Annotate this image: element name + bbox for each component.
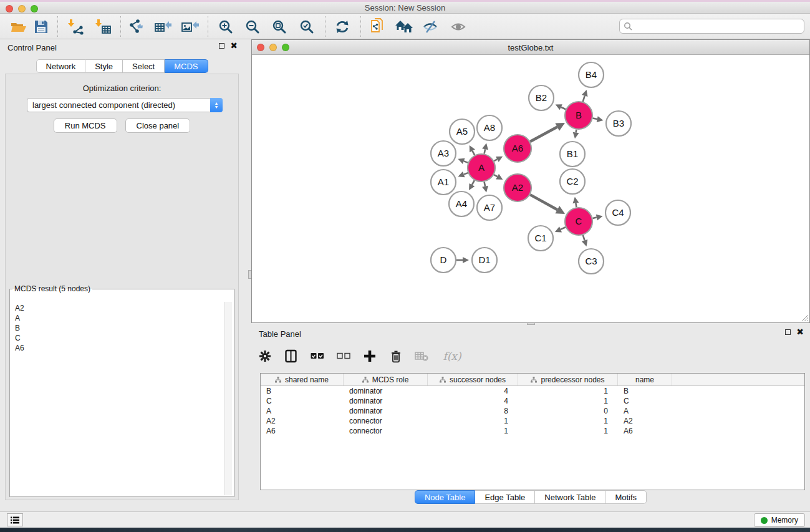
import-table-button[interactable] bbox=[92, 15, 115, 38]
graph-node-A[interactable]: A bbox=[468, 154, 495, 181]
close-table-panel-icon[interactable]: ✖ bbox=[796, 329, 804, 335]
result-item[interactable]: A6 bbox=[15, 343, 224, 353]
result-scrollbar[interactable] bbox=[224, 302, 232, 495]
export-image-button[interactable] bbox=[178, 15, 202, 38]
search-input[interactable] bbox=[635, 21, 800, 31]
column-header[interactable]: predecessor nodes bbox=[518, 374, 618, 385]
search-field[interactable] bbox=[619, 19, 804, 34]
show-all-button[interactable] bbox=[447, 15, 471, 38]
tab-network-table[interactable]: Network Table bbox=[535, 490, 605, 504]
edge-A-A2[interactable] bbox=[494, 175, 497, 177]
edge-C-C2[interactable] bbox=[576, 203, 576, 208]
edge-A-A4[interactable] bbox=[472, 180, 475, 185]
edge-A-A7[interactable] bbox=[485, 182, 485, 186]
column-header[interactable]: shared name bbox=[261, 374, 344, 385]
edge-C-C1[interactable] bbox=[561, 227, 566, 230]
column-header[interactable]: name bbox=[618, 374, 672, 385]
first-neighbors-button[interactable] bbox=[392, 15, 416, 38]
export-network-button[interactable] bbox=[125, 15, 149, 38]
edge-A6-B[interactable] bbox=[530, 127, 557, 142]
deselect-all-button[interactable] bbox=[335, 347, 352, 365]
edge-A-A5[interactable] bbox=[472, 151, 475, 155]
graph-node-A7[interactable]: A7 bbox=[477, 195, 502, 220]
add-column-button[interactable] bbox=[361, 347, 378, 365]
table-settings-button[interactable] bbox=[256, 347, 274, 365]
column-header[interactable]: MCDS role bbox=[344, 374, 428, 385]
zoom-out-button[interactable] bbox=[241, 15, 264, 38]
delete-column-button[interactable] bbox=[387, 347, 405, 365]
graph-node-B2[interactable]: B2 bbox=[529, 85, 554, 110]
edge-B-B4[interactable] bbox=[583, 95, 585, 102]
graph-node-B[interactable]: B bbox=[565, 102, 592, 129]
run-mcds-button[interactable]: Run MCDS bbox=[54, 118, 117, 133]
refresh-button[interactable] bbox=[330, 15, 354, 38]
edge-C-C4[interactable] bbox=[592, 218, 596, 218]
result-item[interactable]: B bbox=[15, 323, 224, 333]
zoom-fit-button[interactable] bbox=[268, 15, 291, 38]
result-item[interactable]: A2 bbox=[15, 303, 224, 313]
open-file-button[interactable] bbox=[7, 15, 31, 38]
graph-node-A2[interactable]: A2 bbox=[504, 174, 531, 201]
delete-table-button[interactable] bbox=[413, 347, 431, 365]
tab-style[interactable]: Style bbox=[85, 59, 123, 73]
graph-node-C4[interactable]: C4 bbox=[605, 200, 630, 225]
zoom-in-button[interactable] bbox=[214, 15, 238, 38]
table-row[interactable]: Adominator80A bbox=[261, 406, 804, 416]
graph-node-C2[interactable]: C2 bbox=[560, 169, 585, 194]
float-table-panel-icon[interactable] bbox=[785, 329, 791, 335]
graph-node-C3[interactable]: C3 bbox=[579, 249, 604, 274]
edge-A-A8[interactable] bbox=[485, 149, 485, 153]
tab-mcds[interactable]: MCDS bbox=[165, 59, 208, 73]
column-header[interactable]: successor nodes bbox=[428, 374, 518, 385]
graph-node-C[interactable]: C bbox=[565, 208, 592, 235]
table-row[interactable]: A2connector11A2 bbox=[261, 416, 804, 426]
graph-node-A5[interactable]: A5 bbox=[450, 119, 475, 144]
show-panel-button[interactable] bbox=[7, 513, 23, 526]
select-all-button[interactable] bbox=[309, 347, 326, 365]
import-network-button[interactable] bbox=[64, 15, 88, 38]
graph-node-B4[interactable]: B4 bbox=[579, 62, 604, 87]
table-row[interactable]: Bdominator41B bbox=[261, 386, 804, 396]
graph-node-B3[interactable]: B3 bbox=[606, 111, 631, 136]
tab-network[interactable]: Network bbox=[36, 59, 85, 73]
graph-node-A4[interactable]: A4 bbox=[449, 191, 474, 216]
hide-selected-button[interactable] bbox=[419, 15, 443, 38]
graph-node-D1[interactable]: D1 bbox=[472, 248, 497, 273]
edge-A2-C[interactable] bbox=[530, 195, 557, 210]
table-row[interactable]: A6connector11A6 bbox=[261, 426, 804, 436]
result-item[interactable]: A bbox=[15, 313, 224, 323]
zoom-selected-button[interactable] bbox=[295, 15, 319, 38]
edge-B-B3[interactable] bbox=[593, 118, 597, 119]
network-window-titlebar[interactable]: testGlobe.txt bbox=[252, 40, 809, 55]
graph-node-A3[interactable]: A3 bbox=[431, 141, 456, 166]
function-builder-button[interactable]: f(x) bbox=[440, 347, 465, 365]
edge-A-A1[interactable] bbox=[464, 173, 468, 175]
node-table[interactable]: shared nameMCDS rolesuccessor nodesprede… bbox=[260, 373, 805, 490]
column-layout-button[interactable] bbox=[282, 347, 300, 365]
result-item[interactable]: C bbox=[15, 333, 224, 343]
graph-node-C1[interactable]: C1 bbox=[528, 226, 553, 251]
graph-node-A6[interactable]: A6 bbox=[504, 135, 531, 162]
edge-A-A3[interactable] bbox=[464, 161, 468, 163]
memory-button[interactable]: Memory bbox=[754, 513, 805, 527]
float-panel-icon[interactable] bbox=[219, 43, 224, 49]
graph-node-B1[interactable]: B1 bbox=[560, 142, 585, 167]
graph-node-A1[interactable]: A1 bbox=[431, 170, 456, 195]
edge-B-B1[interactable] bbox=[576, 130, 577, 133]
table-row[interactable]: Cdominator41C bbox=[261, 396, 804, 406]
edge-A-A6[interactable] bbox=[494, 159, 497, 161]
graph-node-A8[interactable]: A8 bbox=[477, 115, 502, 140]
new-network-from-selection-button[interactable] bbox=[366, 15, 390, 38]
tab-motifs[interactable]: Motifs bbox=[605, 490, 647, 504]
save-session-button[interactable] bbox=[29, 15, 53, 38]
close-panel-icon[interactable]: ✖ bbox=[230, 43, 238, 49]
edge-C-C3[interactable] bbox=[583, 235, 585, 241]
tab-node-table[interactable]: Node Table bbox=[415, 490, 476, 504]
criterion-dropdown[interactable]: largest connected component (directed) ▲… bbox=[27, 98, 223, 112]
edge-B-B2[interactable] bbox=[561, 107, 566, 109]
graph-node-D[interactable]: D bbox=[431, 248, 456, 273]
close-panel-button[interactable]: Close panel bbox=[125, 118, 191, 133]
tab-select[interactable]: Select bbox=[123, 59, 165, 73]
resize-grip-icon[interactable] bbox=[800, 313, 809, 322]
export-table-button[interactable] bbox=[152, 15, 175, 38]
